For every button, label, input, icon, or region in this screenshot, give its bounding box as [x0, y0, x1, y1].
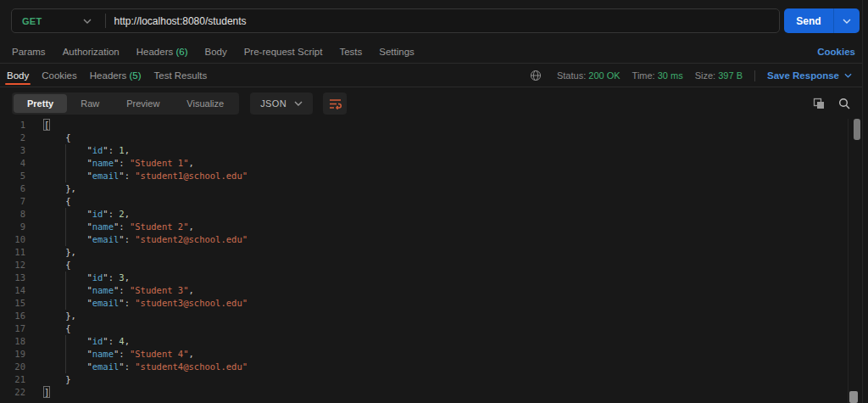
code-token: }, — [65, 183, 76, 193]
code-token: { — [65, 132, 70, 143]
send-button[interactable]: Send — [784, 8, 833, 33]
tab-settings[interactable]: Settings — [379, 47, 415, 57]
response-headers-count-badge: (5) — [129, 70, 141, 81]
http-method-select[interactable]: GET — [12, 16, 42, 26]
code-token: name — [92, 349, 114, 359]
line-number: 7 — [0, 195, 25, 208]
size-label: Size: — [695, 70, 715, 81]
view-mode-preview[interactable]: Preview — [113, 94, 173, 113]
request-url-row: GET http://localhost:8080/students Send — [0, 0, 868, 41]
code-line: 1[ — [0, 119, 868, 132]
code-line: 8"id": 2, — [0, 208, 868, 221]
code-token: , — [125, 145, 130, 155]
code-token: { — [65, 260, 70, 270]
view-mode-raw[interactable]: Raw — [67, 94, 113, 113]
status-badge: Status: 200 OK — [557, 70, 620, 81]
url-input[interactable]: http://localhost:8080/students — [114, 15, 247, 27]
response-tab-test-results[interactable]: Test Results — [154, 64, 208, 87]
line-number: 8 — [0, 208, 25, 221]
send-split-button: Send — [784, 8, 860, 33]
code-line: 11}, — [0, 246, 868, 259]
tab-body[interactable]: Body — [204, 47, 226, 57]
tab-headers-label: Headers — [136, 47, 173, 57]
tab-pre-request-script[interactable]: Pre-request Script — [244, 47, 323, 57]
response-header-bar: Body Cookies Headers (5) Test Results St… — [0, 64, 862, 87]
response-tab-headers[interactable]: Headers (5) — [90, 64, 142, 87]
save-response-button[interactable]: Save Response — [767, 70, 852, 81]
request-tabs-bar: Params Authorization Headers (6) Body Pr… — [0, 41, 862, 64]
response-tab-cookies[interactable]: Cookies — [42, 64, 77, 87]
code-token: "Student 2" — [130, 221, 189, 232]
code-token: ": — [114, 285, 130, 295]
view-mode-pretty[interactable]: Pretty — [14, 94, 67, 113]
code-token: email — [92, 361, 120, 372]
view-mode-visualize[interactable]: Visualize — [173, 94, 237, 113]
code-token: }, — [65, 311, 76, 321]
tab-params[interactable]: Params — [12, 47, 46, 57]
code-line: 10"email": "student2@school.edu" — [0, 233, 868, 246]
response-meta: Status: 200 OK Time: 30 ms Size: 397 B S… — [526, 66, 852, 85]
language-select[interactable]: JSON — [250, 92, 313, 115]
code-token: , — [189, 158, 194, 168]
code-line: 3"id": 1, — [0, 144, 868, 157]
cookies-link[interactable]: Cookies — [817, 47, 855, 57]
line-number: 13 — [0, 271, 25, 284]
code-token: ": — [119, 171, 135, 181]
line-number: 20 — [0, 361, 25, 373]
code-token: id — [92, 272, 103, 283]
tab-authorization[interactable]: Authorization — [63, 47, 120, 57]
divider — [862, 0, 863, 403]
line-number: 4 — [0, 157, 25, 170]
line-number: 21 — [0, 373, 25, 386]
line-number: 10 — [0, 233, 25, 246]
send-options-button[interactable] — [834, 8, 860, 33]
page-scrollbar-thumb[interactable] — [849, 391, 858, 403]
code-token: { — [65, 196, 70, 206]
code-token: id — [92, 209, 103, 219]
code-line: 4"name": "Student 1", — [0, 157, 868, 170]
copy-icon[interactable] — [810, 94, 828, 113]
wrap-lines-button[interactable] — [323, 92, 347, 115]
divider — [848, 119, 849, 403]
code-token: email — [92, 298, 120, 308]
code-token: name — [92, 221, 114, 232]
chevron-down-icon[interactable] — [83, 19, 92, 24]
response-body-editor[interactable]: 1[2{3"id": 1,4"name": "Student 1",5"emai… — [0, 119, 868, 403]
code-token: "student1@school.edu" — [135, 171, 248, 181]
tab-headers[interactable]: Headers (6) — [136, 47, 188, 57]
code-line: 15"email": "student3@school.edu" — [0, 297, 868, 310]
code-line: 19"name": "Student 4", — [0, 348, 868, 361]
line-number: 17 — [0, 322, 25, 335]
line-number: 1 — [0, 119, 25, 132]
code-line: 17{ — [0, 322, 868, 335]
view-mode-segmented-control: Pretty Raw Preview Visualize — [12, 92, 239, 115]
code-token: { — [65, 323, 70, 333]
code-token: } — [65, 374, 70, 384]
code-line: 9"name": "Student 2", — [0, 221, 868, 233]
wrap-lines-icon — [329, 98, 342, 109]
line-number: 15 — [0, 297, 25, 310]
code-line: 12{ — [0, 259, 868, 271]
code-token: name — [92, 285, 114, 295]
url-input-container: GET http://localhost:8080/students — [11, 8, 780, 33]
line-number: 5 — [0, 170, 25, 182]
code-token: , — [125, 209, 130, 219]
size-value: 397 B — [718, 70, 743, 81]
response-tab-body[interactable]: Body — [7, 64, 29, 87]
code-token: [ — [44, 120, 49, 130]
status-label: Status: — [557, 70, 586, 81]
search-icon[interactable] — [835, 94, 854, 113]
code-token: ": — [103, 336, 119, 346]
code-line: 20"email": "student4@school.edu" — [0, 361, 868, 373]
time-label: Time: — [632, 70, 655, 81]
editor-scrollbar-thumb[interactable] — [854, 119, 860, 140]
code-token: name — [92, 158, 114, 168]
line-number: 12 — [0, 259, 25, 271]
code-token: "Student 1" — [130, 158, 189, 168]
code-line: 16}, — [0, 310, 868, 322]
line-number: 9 — [0, 221, 25, 233]
line-number: 11 — [0, 246, 25, 259]
line-number: 19 — [0, 348, 25, 361]
tab-tests[interactable]: Tests — [339, 47, 362, 57]
line-number: 22 — [0, 386, 25, 399]
